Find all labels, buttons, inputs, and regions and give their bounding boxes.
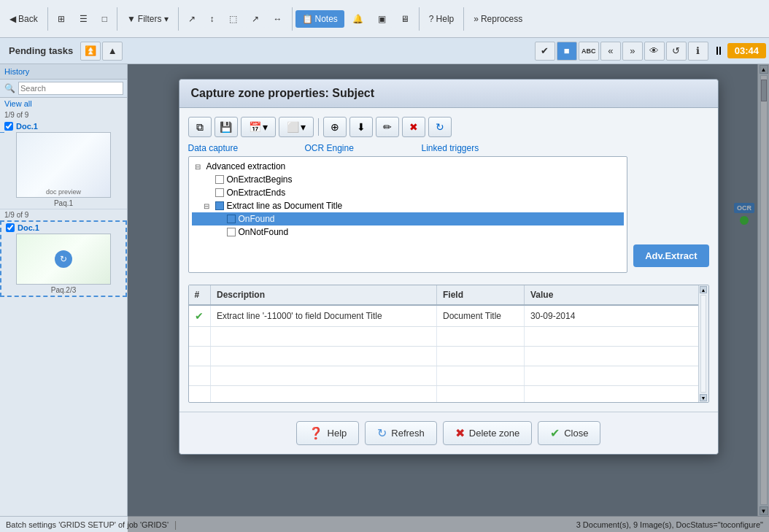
empty-row-1 <box>189 327 708 347</box>
adv-extract-container: Adv.Extract <box>633 156 708 279</box>
nav-arrows-row: 1/9 of 9 <box>0 209 127 220</box>
col-value: Value <box>525 285 708 305</box>
mt-calendar-btn[interactable]: 📅▾ <box>241 117 276 137</box>
mt-down-btn[interactable]: ⬇ <box>349 117 373 137</box>
mt-size-btn[interactable]: ⬜▾ <box>279 117 314 137</box>
copy-icon: ⧉ <box>196 121 204 134</box>
tree-node-extract-line[interactable]: ⊟ Extract line as Document Title <box>192 199 625 212</box>
page-view-button[interactable]: □ <box>96 10 114 28</box>
ann-line-2 <box>0 132 4 133</box>
table-header: # Description Field Value <box>189 285 708 305</box>
reprocess-button[interactable]: » Reprocess <box>467 10 529 28</box>
mt-edit-btn[interactable]: ✏ <box>376 117 399 137</box>
delete-icon-footer: ✖ <box>455 426 465 440</box>
close-button-footer[interactable]: ✔ Close <box>538 421 600 445</box>
page-icon: □ <box>102 14 107 24</box>
data-table: # Description Field Value ✔ <box>189 285 708 402</box>
tool5-button[interactable]: ↔ <box>267 10 289 28</box>
nav-indicator: 1/9 of 9 <box>0 109 127 120</box>
tree-check-onnotfound[interactable] <box>227 228 236 236</box>
doc-checkbox-1[interactable] <box>4 122 13 131</box>
grid-view-button[interactable]: ⊞ <box>51 10 72 28</box>
history-link[interactable]: History <box>4 67 29 76</box>
tree-node-begins[interactable]: OnExtractBegins <box>192 173 625 186</box>
mt-copy-btn[interactable]: ⧉ <box>188 117 212 137</box>
stb-right[interactable]: » <box>622 42 643 61</box>
ann-search-values: Search Values 2 <box>0 125 4 139</box>
doc-item-2[interactable]: Doc.1 ↻ Paq.2/3 <box>0 220 127 297</box>
pause-icon: ⏸ <box>713 45 724 58</box>
tree-node-onfound[interactable]: OnFound <box>192 212 625 225</box>
calendar-icon: 📅 <box>249 121 261 133</box>
modal-overlay: Capture zone properties: Subject ⧉ 💾 📅▾ … <box>128 64 769 532</box>
tool2-button[interactable]: ↕ <box>204 10 221 28</box>
modal-body: ⧉ 💾 📅▾ ⬜▾ ⊕ ⬇ ✏ ✖ ↻ Data capture <box>179 108 718 412</box>
mt-sep-1 <box>318 118 319 136</box>
filters-button[interactable]: ▼ Filters ▾ <box>120 10 175 28</box>
table-row[interactable]: ✔ Extract line '-11000' to field Documen… <box>189 305 708 327</box>
stb-eye[interactable]: 👁 <box>644 42 665 61</box>
col-description: Description <box>211 285 437 305</box>
stb-check[interactable]: ✔ <box>535 42 555 61</box>
stb-active[interactable]: ■ <box>557 42 577 61</box>
stb-left[interactable]: « <box>600 42 621 61</box>
doc-item-1[interactable]: Doc.1 doc preview Paq.1 <box>0 120 127 209</box>
pending-tasks-label: Pending tasks <box>3 45 79 56</box>
doc-thumb-1: doc preview <box>16 132 111 198</box>
stb-single-up[interactable]: ▲ <box>102 42 123 61</box>
mt-center-btn[interactable]: ⊕ <box>323 117 347 137</box>
monitor-button[interactable]: 🖥 <box>394 10 416 28</box>
delete-icon: ✖ <box>409 121 418 133</box>
back-button[interactable]: ◀ Back <box>3 10 45 28</box>
stb-info[interactable]: ℹ <box>688 42 708 61</box>
table-scrollbar[interactable]: ▲ ▼ <box>698 285 708 402</box>
search-input[interactable] <box>18 82 123 95</box>
help-icon: ? <box>429 14 434 24</box>
table-scroll-track[interactable] <box>700 295 706 393</box>
mt-delete-btn[interactable]: ✖ <box>402 117 425 137</box>
help-button-footer[interactable]: ❓ Help <box>296 421 360 445</box>
section-labels-row: Data capture OCR Engine Linked triggers <box>188 143 709 153</box>
thumbnail-button[interactable]: ▣ <box>371 10 393 28</box>
doc-label-2: Doc.1 <box>18 223 39 232</box>
monitor-icon: 🖥 <box>401 14 409 24</box>
close-icon-footer: ✔ <box>550 426 560 440</box>
alert-button[interactable]: 🔔 <box>346 10 370 28</box>
doc-item-2-header: Doc.1 <box>6 223 121 232</box>
tree-check-onfound[interactable] <box>227 215 236 223</box>
tree-check-begins[interactable] <box>215 175 224 184</box>
doc-checkbox-2[interactable] <box>6 223 15 232</box>
tree-check-ends[interactable] <box>215 188 224 197</box>
adv-extract-button[interactable]: Adv.Extract <box>633 244 708 267</box>
modal-footer: ❓ Help ↻ Refresh ✖ Delete zone ✔ Close <box>179 412 718 454</box>
stb-double-up[interactable]: ⏫ <box>80 42 101 61</box>
sep-5 <box>419 7 420 31</box>
resize-icon: ↔ <box>274 14 282 24</box>
notes-button[interactable]: 📋 Notes <box>295 10 344 28</box>
tree-check-extract[interactable] <box>215 201 224 210</box>
stb-abc[interactable]: ABC <box>579 42 599 61</box>
refresh-button-footer[interactable]: ↻ Refresh <box>365 421 437 445</box>
modal-title: Capture zone properties: Subject <box>179 80 718 108</box>
mt-refresh-btn[interactable]: ↻ <box>428 117 452 137</box>
size-icon: ⬜ <box>287 121 299 133</box>
empty-row-3 <box>189 366 708 386</box>
table-scroll[interactable]: # Description Field Value ✔ <box>189 285 708 402</box>
table-scroll-up[interactable]: ▲ <box>700 286 707 293</box>
stb-refresh[interactable]: ↺ <box>666 42 687 61</box>
delete-zone-button[interactable]: ✖ Delete zone <box>443 421 532 445</box>
tree-node-onnotfound[interactable]: OnNotFound <box>192 225 625 239</box>
tree-label-onnotfound: OnNotFound <box>239 227 289 237</box>
left-panel-history-row: History <box>0 64 127 80</box>
list-view-button[interactable]: ☰ <box>73 10 94 28</box>
tree-node-advanced[interactable]: ⊟ Advanced extraction <box>192 160 625 173</box>
table-scroll-down[interactable]: ▼ <box>700 394 707 401</box>
view-all-link[interactable]: View all <box>0 98 127 109</box>
tree-node-ends[interactable]: OnExtractEnds <box>192 186 625 199</box>
tool3-button[interactable]: ⬚ <box>223 10 244 28</box>
tool4-button[interactable]: ↗ <box>245 10 266 28</box>
mt-save-btn[interactable]: 💾 <box>215 117 238 137</box>
document-area: ▲ ▼ OCR Capture zone properties: Subject… <box>128 64 769 532</box>
tool1-button[interactable]: ↗ <box>182 10 202 28</box>
help-button[interactable]: ? Help <box>422 10 460 28</box>
